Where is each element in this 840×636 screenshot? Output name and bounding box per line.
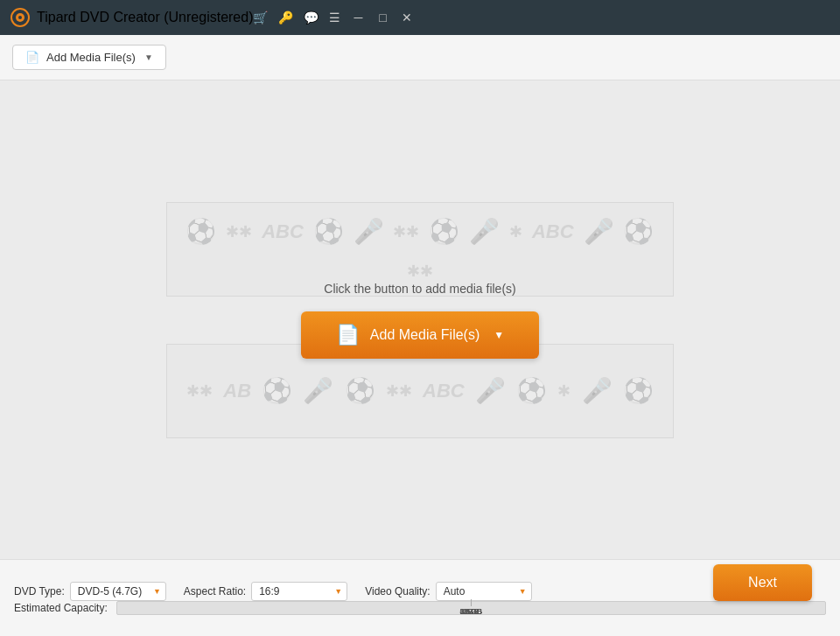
bottom-bar: DVD Type: DVD-5 (4.7G) DVD-9 (8.5G) Aspe… [0, 559, 840, 636]
aspect-ratio-select-wrapper: 16:9 4:3 [251, 582, 347, 601]
dvd-type-select-wrapper: DVD-5 (4.7G) DVD-9 (8.5G) [70, 582, 166, 601]
key-icon[interactable]: 🔑 [278, 10, 293, 24]
dvd-type-group: DVD Type: DVD-5 (4.7G) DVD-9 (8.5G) [14, 582, 166, 601]
aspect-ratio-group: Aspect Ratio: 16:9 4:3 [184, 582, 347, 601]
main-content: ⚽ ✱✱ ABC ⚽ 🎤 ✱✱ ⚽ 🎤 ✱ ABC 🎤 ⚽ ✱✱ ✱✱ AB ⚽… [0, 80, 840, 559]
bottom-controls: DVD Type: DVD-5 (4.7G) DVD-9 (8.5G) Aspe… [14, 582, 826, 601]
title-bar-actions: 🛒 🔑 💬 ☰ ─ □ ✕ [253, 10, 414, 24]
capacity-bar-row: Estimated Capacity: 0.5GB1GB1.5GB2GB2.5G… [14, 601, 826, 615]
dvd-type-select[interactable]: DVD-5 (4.7G) DVD-9 (8.5G) [70, 582, 166, 601]
add-media-toolbar-label: Add Media File(s) [46, 51, 136, 64]
add-media-main-label: Add Media File(s) [370, 327, 480, 343]
svg-point-2 [18, 16, 22, 19]
aspect-ratio-select[interactable]: 16:9 4:3 [251, 582, 347, 601]
add-media-toolbar-icon: 📄 [25, 51, 39, 64]
add-media-toolbar-button[interactable]: 📄 Add Media File(s) ▼ [12, 45, 166, 70]
toolbar: 📄 Add Media File(s) ▼ [0, 35, 840, 80]
dvd-type-label: DVD Type: [14, 585, 65, 598]
add-media-main-button[interactable]: 📄 Add Media File(s) ▼ [301, 311, 539, 359]
next-button[interactable]: Next [713, 564, 812, 601]
title-bar: Tipard DVD Creator (Unregistered) 🛒 🔑 💬 … [0, 0, 840, 35]
app-logo [10, 8, 30, 27]
estimated-capacity-label: Estimated Capacity: [14, 602, 108, 614]
menu-icon[interactable]: ☰ [329, 10, 340, 24]
app-title: Tipard DVD Creator (Unregistered) [37, 10, 253, 25]
close-button[interactable]: ✕ [400, 10, 414, 24]
center-content: Click the button to add media file(s) 📄 … [301, 282, 539, 359]
add-media-dropdown-icon: ▼ [494, 329, 504, 341]
video-quality-label: Video Quality: [365, 585, 430, 598]
video-quality-group: Video Quality: Auto High Medium Low [365, 582, 532, 601]
maximize-button[interactable]: □ [375, 10, 389, 24]
bottom-bar-inner: DVD Type: DVD-5 (4.7G) DVD-9 (8.5G) Aspe… [14, 582, 826, 615]
capacity-tick: 4.5GB [460, 599, 483, 616]
help-icon[interactable]: 💬 [304, 10, 318, 24]
capacity-track: 0.5GB1GB1.5GB2GB2.5GB3GB3.5GB4GB4.5GB [116, 601, 826, 615]
aspect-ratio-label: Aspect Ratio: [184, 585, 246, 598]
cart-icon[interactable]: 🛒 [253, 10, 268, 24]
add-media-main-icon: 📄 [336, 324, 360, 346]
click-hint-text: Click the button to add media file(s) [324, 282, 515, 296]
video-quality-select-wrapper: Auto High Medium Low [436, 582, 532, 601]
minimize-button[interactable]: ─ [351, 10, 365, 24]
video-quality-select[interactable]: Auto High Medium Low [436, 582, 532, 601]
dropdown-arrow-icon: ▼ [144, 52, 153, 62]
